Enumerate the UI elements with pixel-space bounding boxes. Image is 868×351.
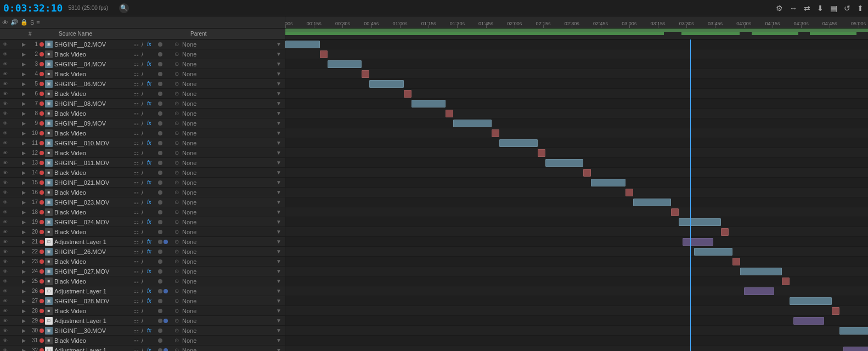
track-rec-26[interactable]	[40, 289, 45, 293]
track-parent-dropdown-6[interactable]: ▼	[276, 90, 281, 97]
track-sync-12[interactable]: ⚏	[134, 150, 142, 156]
track-expand-10[interactable]: ▶	[22, 131, 27, 136]
track-rec-17[interactable]	[40, 200, 45, 205]
track-fx-30[interactable]: fx	[147, 327, 158, 333]
clip-track-19[interactable]	[679, 218, 721, 226]
track-eye-20[interactable]: 👁	[1, 229, 9, 235]
track-parent-dropdown-26[interactable]: ▼	[276, 288, 281, 294]
track-rec-28[interactable]	[40, 309, 45, 313]
track-parent-dropdown-7[interactable]: ▼	[276, 100, 281, 106]
track-rec-20[interactable]	[40, 230, 45, 234]
track-opacity-22[interactable]: ⊙	[174, 248, 182, 254]
track-opacity-25[interactable]: ⊙	[174, 278, 182, 284]
track-eye-14[interactable]: 👁	[1, 170, 9, 176]
track-sync-11[interactable]: ⚏	[134, 140, 142, 146]
track-rec-14[interactable]	[40, 171, 45, 175]
track-rec-8[interactable]	[40, 111, 45, 116]
track-rec-7[interactable]	[40, 101, 45, 106]
track-parent-dropdown-9[interactable]: ▼	[276, 120, 281, 126]
track-parent-dropdown-23[interactable]: ▼	[276, 258, 281, 264]
track-fx-32[interactable]: fx	[147, 347, 158, 351]
track-sync-19[interactable]: ⚏	[134, 219, 142, 225]
track-parent-dropdown-20[interactable]: ▼	[276, 229, 281, 235]
track-rec-11[interactable]	[40, 141, 45, 145]
track-sync-30[interactable]: ⚏	[134, 327, 142, 333]
track-fx-19[interactable]: fx	[147, 219, 158, 225]
track-opacity-11[interactable]: ⊙	[174, 140, 182, 146]
track-sync-16[interactable]: ⚏	[134, 189, 142, 195]
track-rec-22[interactable]	[40, 250, 45, 254]
track-sync-29[interactable]: ⚏	[134, 318, 142, 324]
track-sync-23[interactable]: ⚏	[134, 258, 142, 264]
track-opacity-4[interactable]: ⊙	[174, 71, 182, 77]
track-fx-13[interactable]: fx	[147, 160, 158, 166]
eye-control-icon[interactable]: 👁	[2, 19, 8, 26]
track-eye-17[interactable]: 👁	[1, 200, 9, 205]
track-opacity-5[interactable]: ⊙	[174, 81, 182, 87]
track-opacity-1[interactable]: ⊙	[174, 41, 182, 47]
clip-track-27[interactable]	[790, 297, 832, 305]
clip-track-3[interactable]	[328, 60, 362, 68]
track-eye-32[interactable]: 👁	[1, 348, 9, 352]
track-eye-8[interactable]: 👁	[1, 111, 9, 116]
track-fx-9[interactable]: fx	[147, 120, 158, 126]
clip-track-20[interactable]	[721, 228, 729, 236]
clip-track-21[interactable]	[683, 238, 713, 246]
track-expand-26[interactable]: ▶	[22, 288, 27, 294]
track-rec-25[interactable]	[40, 279, 45, 284]
track-sync-28[interactable]: ⚏	[134, 308, 142, 314]
clip-track-4[interactable]	[362, 70, 369, 78]
clip-track-18[interactable]	[671, 208, 679, 216]
overlay-icon[interactable]: ▤	[829, 3, 838, 14]
track-eye-12[interactable]: 👁	[1, 150, 9, 156]
track-parent-dropdown-28[interactable]: ▼	[276, 308, 281, 314]
track-opacity-13[interactable]: ⊙	[174, 160, 182, 166]
track-eye-9[interactable]: 👁	[1, 121, 9, 126]
track-sync-18[interactable]: ⚏	[134, 209, 142, 215]
clip-track-12[interactable]	[538, 149, 545, 157]
track-parent-dropdown-19[interactable]: ▼	[276, 219, 281, 225]
clip-track-13[interactable]	[545, 159, 584, 167]
speaker-icon[interactable]: 🔊	[10, 19, 18, 26]
track-parent-dropdown-5[interactable]: ▼	[276, 81, 281, 87]
track-opacity-16[interactable]: ⊙	[174, 189, 182, 195]
panel-settings-icon[interactable]: ≡	[36, 19, 40, 26]
clip-track-26[interactable]	[744, 287, 775, 295]
track-expand-12[interactable]: ▶	[22, 150, 27, 156]
track-parent-dropdown-25[interactable]: ▼	[276, 278, 281, 284]
track-sync-15[interactable]: ⚏	[134, 179, 142, 185]
lift-icon[interactable]: ⬆	[856, 3, 865, 14]
track-opacity-9[interactable]: ⊙	[174, 120, 182, 126]
track-parent-dropdown-17[interactable]: ▼	[276, 199, 281, 205]
track-opacity-20[interactable]: ⊙	[174, 229, 182, 235]
track-expand-4[interactable]: ▶	[22, 71, 27, 77]
track-expand-32[interactable]: ▶	[22, 348, 27, 352]
track-opacity-27[interactable]: ⊙	[174, 298, 182, 304]
ripple-edit-icon[interactable]: ↔	[788, 3, 798, 14]
insert-icon[interactable]: ⬇	[816, 3, 825, 14]
track-parent-dropdown-15[interactable]: ▼	[276, 179, 281, 185]
track-parent-dropdown-18[interactable]: ▼	[276, 209, 281, 215]
track-expand-16[interactable]: ▶	[22, 190, 27, 195]
track-eye-25[interactable]: 👁	[1, 279, 9, 284]
track-eye-13[interactable]: 👁	[1, 160, 9, 166]
clip-track-29[interactable]	[793, 317, 824, 325]
track-opacity-14[interactable]: ⊙	[174, 169, 182, 176]
track-sync-21[interactable]: ⚏	[134, 239, 142, 245]
track-parent-dropdown-16[interactable]: ▼	[276, 189, 281, 195]
track-sync-7[interactable]: ⚏	[134, 100, 142, 106]
track-opacity-21[interactable]: ⊙	[174, 239, 182, 245]
track-opacity-32[interactable]: ⊙	[174, 347, 182, 351]
track-expand-22[interactable]: ▶	[22, 249, 27, 254]
clip-track-16[interactable]	[625, 189, 633, 196]
track-eye-26[interactable]: 👁	[1, 288, 9, 294]
track-parent-dropdown-24[interactable]: ▼	[276, 268, 281, 274]
track-sync-17[interactable]: ⚏	[134, 199, 142, 205]
track-sync-31[interactable]: ⚏	[134, 337, 142, 343]
track-sync-27[interactable]: ⚏	[134, 298, 142, 304]
clip-track-28[interactable]	[832, 307, 839, 315]
track-sync-8[interactable]: ⚏	[134, 110, 142, 116]
track-opacity-17[interactable]: ⊙	[174, 199, 182, 205]
track-eye-15[interactable]: 👁	[1, 180, 9, 185]
track-eye-21[interactable]: 👁	[1, 239, 9, 245]
